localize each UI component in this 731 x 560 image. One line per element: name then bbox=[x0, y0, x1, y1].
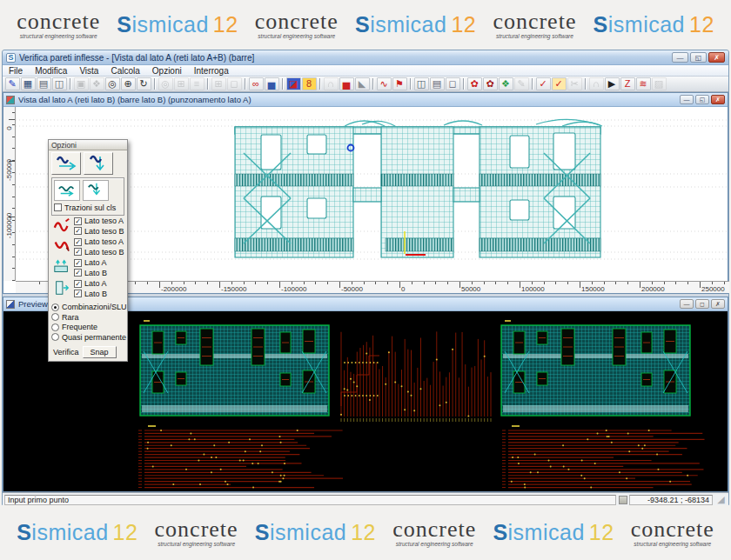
preview-minimize-button[interactable]: — bbox=[680, 299, 694, 309]
verifica-button[interactable]: Verifica bbox=[51, 348, 79, 357]
menu-interroga[interactable]: Interroga bbox=[188, 65, 235, 77]
dialog-icon[interactable]: ◫ bbox=[414, 77, 429, 90]
statusbar: Input primo punto -9348.21 ; -68134 ◢ bbox=[3, 492, 728, 506]
resize-grip[interactable]: ◢ bbox=[715, 494, 727, 505]
checkbox-lato-teso-b[interactable]: ✓ bbox=[74, 227, 82, 235]
h-ruler-label: -150000 bbox=[221, 285, 246, 293]
restore-button[interactable]: ◱ bbox=[690, 52, 707, 63]
rebar-bottom-icon bbox=[51, 237, 72, 257]
slab-icon bbox=[51, 258, 72, 277]
verify-b-icon[interactable]: ✓ bbox=[552, 77, 567, 90]
cut-mesh-a-icon bbox=[55, 153, 77, 174]
view-restore-button[interactable]: ◱ bbox=[695, 95, 709, 104]
top-banner: concretestructural engineering softwareS… bbox=[0, 0, 731, 50]
radio-frequente[interactable] bbox=[51, 323, 59, 331]
menu-file[interactable]: File bbox=[3, 65, 29, 77]
v-ruler-label: -100000 bbox=[5, 209, 13, 243]
checkbox-label: Lato teso B bbox=[84, 227, 124, 236]
save-icon[interactable]: ▦ bbox=[21, 77, 36, 90]
concrete-logo: concretestructural engineering software bbox=[17, 10, 100, 40]
sismicad-logo: Sismicad12 bbox=[17, 520, 137, 545]
cut-mesh-a-button[interactable] bbox=[51, 152, 81, 175]
ruler-icon[interactable]: ◣ bbox=[355, 77, 370, 90]
print-report-icon[interactable]: ▤ bbox=[430, 77, 445, 90]
toolbar-separator bbox=[154, 78, 155, 90]
sismicad-logo: Sismicad12 bbox=[117, 12, 238, 37]
rebar-bottom-icon bbox=[52, 237, 71, 257]
status-message: Input primo punto bbox=[4, 495, 616, 505]
toolbar-separator bbox=[245, 78, 245, 90]
toolbar-separator bbox=[207, 78, 208, 90]
checkbox-lato-a[interactable]: ✓ bbox=[74, 259, 82, 267]
polyline-icon[interactable]: Z bbox=[620, 77, 635, 90]
section-arrow-icon[interactable]: ▶ bbox=[605, 77, 620, 90]
rebar-icon[interactable]: ∿ bbox=[377, 77, 392, 90]
mesh-tension-a-icon bbox=[57, 181, 77, 200]
select-icon: ❖ bbox=[90, 77, 104, 90]
cut-mesh-b-button[interactable] bbox=[84, 152, 113, 175]
checkbox-lato-b[interactable]: ✓ bbox=[74, 290, 82, 297]
menu-calcola[interactable]: Calcola bbox=[104, 65, 145, 77]
cut-icon: ✂ bbox=[567, 77, 582, 90]
h-ruler-label: 100000 bbox=[521, 285, 545, 293]
edit-icon[interactable]: ✎ bbox=[5, 77, 20, 90]
sismicad-logo: Sismicad12 bbox=[594, 12, 714, 37]
check-group-2: ✓Lato A✓Lato B bbox=[51, 258, 124, 278]
pan-icon: ≡ bbox=[190, 77, 205, 90]
vertical-ruler: 0-50000-100000 bbox=[3, 107, 16, 281]
radio-rara[interactable] bbox=[51, 313, 59, 321]
values-icon[interactable]: 8 bbox=[302, 77, 317, 90]
mesh-tension-b-tile[interactable] bbox=[83, 180, 109, 201]
menu-vista[interactable]: Vista bbox=[73, 65, 104, 77]
sismicad-logo: Sismicad12 bbox=[255, 520, 376, 545]
minimize-button[interactable]: — bbox=[672, 52, 688, 63]
document-icon[interactable]: ◻ bbox=[446, 77, 460, 90]
verify-a-icon[interactable]: ✓ bbox=[536, 77, 551, 90]
view-close-button[interactable]: ✗ bbox=[711, 95, 725, 104]
wave-icon[interactable]: ≋ bbox=[636, 77, 651, 90]
trazioni-checkbox[interactable] bbox=[54, 203, 62, 211]
print-icon[interactable]: ▤ bbox=[37, 77, 51, 90]
mesh-tension-a-tile[interactable] bbox=[54, 180, 80, 201]
checkbox-lato-a[interactable]: ✓ bbox=[74, 280, 82, 288]
options-palette-titlebar[interactable]: Opzioni bbox=[49, 140, 127, 150]
preview-maximize-button[interactable]: ◻ bbox=[695, 299, 709, 309]
directions-icon[interactable]: ❖ bbox=[499, 77, 513, 90]
checkbox-lato-b[interactable]: ✓ bbox=[74, 269, 82, 277]
main-view-titlebar[interactable]: Vista dal lato A (reti lato B) (barre la… bbox=[3, 93, 728, 107]
checkbox-label: Lato B bbox=[84, 269, 107, 277]
find-icon[interactable]: ◎ bbox=[105, 77, 120, 90]
punzonamento-b-icon[interactable]: ✿ bbox=[483, 77, 498, 90]
app-titlebar[interactable]: S Verifica pareti inflesse - [Vista dal … bbox=[3, 50, 728, 65]
toolbar-separator bbox=[463, 78, 464, 90]
toolbar: ✎▦▤◫▣❖◎⊕↻◎⊞≡⊞◻∞▅◪8∩▅◣∿⚑◫▤◻✿✿❖✎✓✓✂∩▶Z≋▨ bbox=[3, 77, 728, 92]
radio-quasi-permanente[interactable] bbox=[51, 333, 59, 341]
snap-button[interactable]: Snap bbox=[83, 346, 117, 358]
diagram-icon[interactable]: ▅ bbox=[265, 77, 279, 90]
h-ruler-label: 0 bbox=[401, 285, 405, 293]
flag-icon[interactable]: ⚑ bbox=[392, 77, 407, 90]
zoom-icon[interactable]: ⊕ bbox=[121, 77, 136, 90]
map-colors-icon[interactable]: ◪ bbox=[286, 77, 301, 90]
checkbox-lato-teso-b[interactable]: ✓ bbox=[74, 248, 82, 256]
checkbox-lato-teso-a[interactable]: ✓ bbox=[74, 238, 82, 246]
h-ruler-label: -100000 bbox=[281, 285, 306, 293]
view-minimize-button[interactable]: — bbox=[680, 95, 694, 104]
checkbox-label: Lato B bbox=[84, 290, 107, 298]
toolbar-separator bbox=[532, 78, 533, 90]
radio-combinazioni-slu[interactable] bbox=[51, 303, 59, 311]
toolbar-separator bbox=[282, 78, 283, 90]
app-icon: S bbox=[6, 53, 16, 63]
checkbox-lato-teso-a[interactable]: ✓ bbox=[74, 217, 82, 225]
close-button[interactable]: ✗ bbox=[708, 52, 725, 63]
menu-opzioni[interactable]: Opzioni bbox=[146, 65, 188, 77]
glasses-icon[interactable]: ∞ bbox=[249, 77, 264, 90]
punzonamento-a-icon[interactable]: ✿ bbox=[467, 77, 482, 90]
print-preview-icon[interactable]: ◫ bbox=[52, 77, 67, 90]
sismicad-logo: Sismicad12 bbox=[493, 520, 614, 545]
menu-modifica[interactable]: Modifica bbox=[29, 65, 73, 77]
regen-icon[interactable]: ↻ bbox=[137, 77, 151, 90]
concrete-logo: concretestructural engineering software bbox=[631, 518, 714, 548]
chart-icon[interactable]: ▅ bbox=[339, 77, 354, 90]
preview-close-button[interactable]: ✗ bbox=[711, 299, 725, 309]
